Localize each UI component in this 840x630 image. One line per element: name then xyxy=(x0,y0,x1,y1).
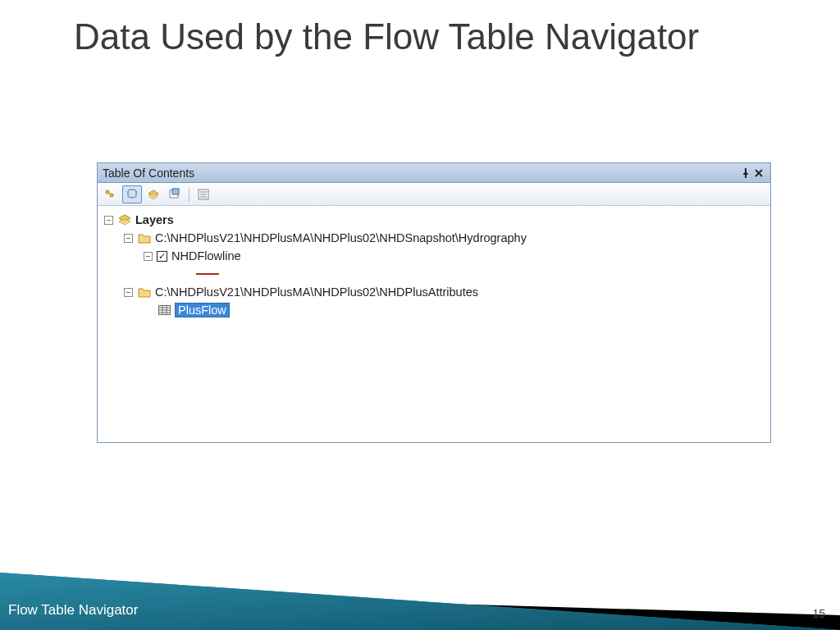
list-by-visibility-icon[interactable] xyxy=(144,185,163,203)
layers-group-icon xyxy=(117,213,132,226)
layer-symbol-row xyxy=(104,265,764,283)
svg-point-4 xyxy=(106,190,109,194)
footer-caption: Flow Table Navigator xyxy=(8,602,138,619)
svg-marker-2 xyxy=(0,573,840,630)
close-icon[interactable] xyxy=(752,167,765,180)
svg-marker-3 xyxy=(0,573,840,630)
slide-number: 15 xyxy=(812,607,825,620)
tree-layer-nhdflowline[interactable]: − ✓ NHDFlowline xyxy=(104,247,764,265)
list-by-source-icon[interactable] xyxy=(122,185,142,203)
options-icon[interactable] xyxy=(194,185,213,203)
toc-titlebar: Table Of Contents xyxy=(98,163,770,183)
list-by-selection-icon[interactable] xyxy=(165,185,185,203)
layer1-label: NHDFlowline xyxy=(171,249,241,262)
toolbar-separator xyxy=(189,187,189,202)
list-by-drawing-order-icon[interactable] xyxy=(101,185,121,203)
layers-label: Layers xyxy=(135,213,174,226)
slide-title: Data Used by the Flow Table Navigator xyxy=(74,16,699,58)
toc-tree: − Layers − C:\NHDPlusV21\NHDPlusMA\NHDPl… xyxy=(98,206,770,324)
table-icon xyxy=(157,304,171,317)
svg-rect-10 xyxy=(172,189,179,194)
folder-icon xyxy=(137,285,152,299)
folder2-path: C:\NHDPlusV21\NHDPlusMA\NHDPlus02\NHDPlu… xyxy=(155,285,478,299)
toc-title-text: Table Of Contents xyxy=(103,167,739,180)
line-symbol-icon xyxy=(196,273,219,275)
folder1-path: C:\NHDPlusV21\NHDPlusMA\NHDPlus02\NHDSna… xyxy=(155,231,527,244)
table1-label: PlusFlow xyxy=(175,303,230,317)
layer-visibility-checkbox[interactable]: ✓ xyxy=(157,251,167,262)
table-of-contents-panel: Table Of Contents − L xyxy=(97,162,771,443)
collapse-icon[interactable]: − xyxy=(104,216,113,225)
pin-icon[interactable] xyxy=(739,167,752,180)
tree-table-plusflow[interactable]: PlusFlow xyxy=(104,301,764,319)
folder-icon xyxy=(137,231,152,244)
toc-toolbar xyxy=(98,183,770,206)
collapse-icon[interactable]: − xyxy=(144,252,153,261)
collapse-icon[interactable]: − xyxy=(124,288,133,297)
tree-folder-hydrography[interactable]: − C:\NHDPlusV21\NHDPlusMA\NHDPlus02\NHDS… xyxy=(104,229,764,247)
tree-folder-attributes[interactable]: − C:\NHDPlusV21\NHDPlusMA\NHDPlus02\NHDP… xyxy=(104,283,764,301)
collapse-icon[interactable]: − xyxy=(124,234,133,243)
tree-root-layers[interactable]: − Layers xyxy=(104,211,764,229)
